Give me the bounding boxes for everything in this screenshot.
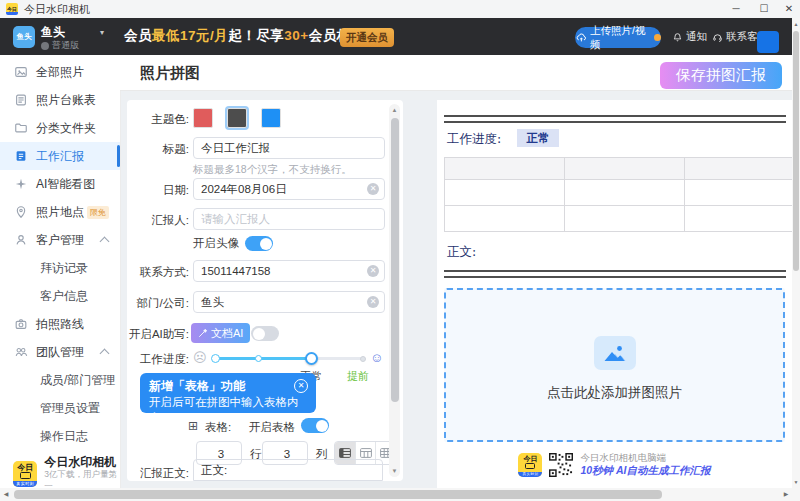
active-indicator [117, 145, 120, 167]
sidebar-item-ledger[interactable]: 照片台账表 [0, 86, 120, 114]
clear-icon[interactable]: ✕ [367, 183, 379, 195]
app-icon: 今日 [6, 3, 18, 15]
scroll-right-icon[interactable]: ▶ [780, 488, 792, 501]
bell-icon [672, 32, 683, 43]
theme-swatch-blue[interactable] [261, 108, 281, 128]
plan-medal-icon [41, 42, 49, 50]
window-horizontal-scrollbar[interactable]: ◀ ▶ [0, 488, 792, 501]
slider-stop-2[interactable] [255, 355, 262, 362]
sidebar-item-operation-log[interactable]: 操作日志 [0, 422, 120, 450]
slider-stop-1[interactable] [211, 354, 220, 363]
window-title: 今日水印相机 [24, 2, 90, 17]
scroll-up-icon[interactable]: ▲ [389, 107, 400, 113]
scroll-down-icon[interactable]: ▼ [389, 468, 400, 474]
save-collage-button[interactable]: 保存拼图汇报 [660, 62, 782, 89]
sidebar-item-team[interactable]: 团队管理 [0, 338, 120, 366]
camera-glyph [20, 472, 31, 479]
progress-option-ahead[interactable]: 提前 [344, 369, 372, 384]
preview-table [444, 157, 792, 232]
department-input[interactable] [199, 295, 367, 309]
contact-input[interactable] [199, 264, 367, 278]
sidebar-item-ai-view[interactable]: AI智能看图 [0, 170, 120, 198]
close-button[interactable]: ✕ [778, 0, 800, 18]
sidebar-item-all-photos[interactable]: 全部照片 [0, 58, 120, 86]
headset-icon [712, 32, 723, 43]
team-icon [14, 345, 28, 359]
scroll-down-icon[interactable]: ▼ [792, 479, 800, 485]
notifications-button[interactable]: 通知 [672, 30, 707, 44]
header-partial-button[interactable] [757, 31, 779, 53]
avatar[interactable]: 鱼头 [13, 26, 35, 48]
ai-doc-badge[interactable]: 文档AI [191, 323, 250, 343]
form-scrollbar[interactable]: ▲ ▼ [389, 104, 400, 477]
collage-preview: 工作进度: 正常 正文: 点击此处添加拼图照片 今日 真实时刻 [437, 100, 792, 488]
contact-field[interactable]: ✕ [193, 260, 385, 282]
sidebar-item-customers[interactable]: 客户管理 [0, 226, 120, 254]
preview-progress-label: 工作进度: [447, 131, 501, 148]
clear-icon[interactable]: ✕ [367, 296, 379, 308]
form-scrollbar-thumb[interactable] [391, 118, 399, 402]
upgrade-button[interactable]: 开通会员 [340, 28, 394, 47]
scroll-up-icon[interactable]: ▲ [792, 21, 800, 27]
sidebar-item-folders[interactable]: 分类文件夹 [0, 114, 120, 142]
progress-label: 工作进度: [127, 352, 189, 367]
sidebar-item-members[interactable]: 成员/部门管理 [0, 366, 120, 394]
title-input[interactable] [199, 141, 379, 155]
photos-icon [14, 65, 28, 79]
ai-switch[interactable] [251, 326, 279, 341]
cloud-upload-icon [575, 32, 587, 44]
plan-label: 普通版 [41, 39, 79, 52]
title-label: 标题: [127, 142, 189, 157]
upload-button[interactable]: 上传照片/视频 [575, 27, 661, 48]
sidebar-item-admin-settings[interactable]: 管理员设置 [0, 394, 120, 422]
hscroll-thumb[interactable] [14, 490, 662, 499]
image-placeholder-icon [594, 336, 636, 370]
add-photos-dropzone[interactable]: 点击此处添加拼图照片 [444, 288, 785, 442]
title-field[interactable] [193, 137, 385, 159]
brand-logo: 今日 真实时刻 [13, 461, 37, 487]
minimize-button[interactable]: ─ [722, 0, 750, 18]
tooltip-close-icon[interactable]: ✕ [294, 379, 308, 393]
theme-swatch-dark[interactable] [227, 108, 247, 128]
wand-icon [198, 328, 208, 338]
happy-face-icon: ☺ [370, 351, 383, 364]
collapse-chevron-icon[interactable] [100, 349, 110, 359]
app-header: 鱼头 鱼头 普通版 ▾ 会员最低17元/月起！尽享30+会员权益 开通会员 上传… [0, 18, 792, 55]
avatar-switch[interactable] [245, 236, 273, 251]
sidebar-item-visit-records[interactable]: 拜访记录 [0, 254, 120, 282]
collapse-chevron-icon[interactable] [100, 237, 110, 247]
clear-icon[interactable]: ✕ [367, 265, 379, 277]
brand-logo: 今日 真实时刻 [518, 453, 542, 477]
reporter-field[interactable] [193, 208, 385, 230]
tooltip-title: 新增「表格」功能 [149, 379, 307, 394]
slider-stop-4[interactable] [360, 356, 366, 362]
user-caret-icon[interactable]: ▾ [100, 28, 104, 37]
window-vertical-scrollbar[interactable]: ▲ ▼ [792, 18, 800, 488]
camera-glyph [525, 463, 535, 469]
sidebar-item-photo-routes[interactable]: 拍照路线 [0, 310, 120, 338]
report-body-textarea[interactable]: 正文: [193, 459, 383, 481]
progress-track-active [215, 357, 312, 360]
report-icon [14, 149, 28, 163]
qr-slogan: 10秒钟 AI自动生成工作汇报 [580, 464, 710, 477]
sidebar-item-work-report[interactable]: 工作汇报 [0, 142, 120, 170]
theme-swatch-red[interactable] [193, 108, 213, 128]
department-field[interactable]: ✕ [193, 291, 385, 313]
sidebar-item-customer-info[interactable]: 客户信息 [0, 282, 120, 310]
title-hint: 标题最多18个汉字，不支持换行。 [193, 163, 352, 177]
maximize-button[interactable]: ☐ [750, 0, 778, 18]
reporter-input[interactable] [199, 212, 379, 226]
scroll-left-icon[interactable]: ◀ [0, 488, 12, 501]
sidebar-item-photo-location[interactable]: 照片地点 限免 [0, 198, 120, 226]
report-body-label: 汇报正文: [127, 466, 189, 481]
vscroll-thumb[interactable] [793, 31, 799, 271]
sidebar: 全部照片 照片台账表 分类文件夹 工作汇报 AI智能看图 照片地点 限免 客户管… [0, 55, 121, 488]
qr-caption: 今日水印相机电脑端 [580, 452, 710, 464]
slider-handle[interactable] [305, 352, 318, 365]
table-feature-tooltip: 新增「表格」功能 开启后可在拼图中输入表格内容 ✕ [140, 373, 316, 413]
date-field[interactable]: ✕ [193, 178, 385, 200]
date-input[interactable] [199, 182, 367, 196]
preview-divider-top [444, 115, 786, 123]
customers-icon [14, 233, 28, 247]
contact-label: 联系方式: [127, 265, 189, 280]
